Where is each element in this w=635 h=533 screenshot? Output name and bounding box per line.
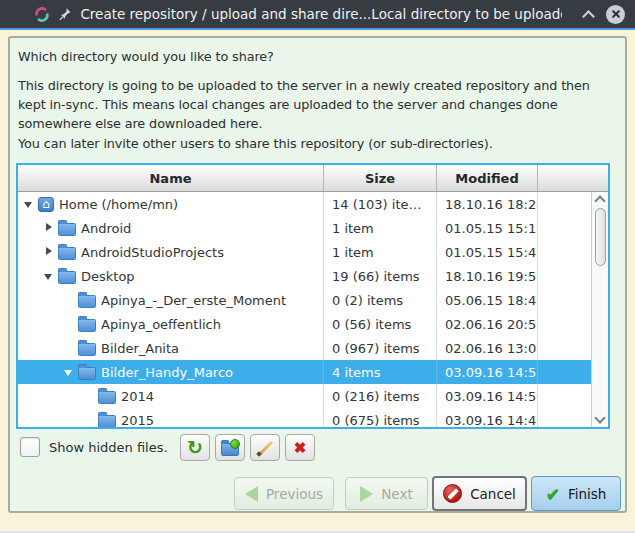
folder-icon [58, 247, 76, 260]
folder-name: 2015 [121, 413, 154, 428]
table-row[interactable]: 20140 (216) items03.09.16 14:50 [18, 384, 591, 408]
show-hidden-checkbox[interactable] [20, 437, 40, 457]
table-header: Name Size Modified [18, 165, 608, 192]
titlebar[interactable]: Create repository / upload and share dir… [0, 0, 635, 28]
folder-name: Home (/home/mn) [59, 197, 178, 212]
name-cell: Bilder_Handy_Marco [18, 360, 324, 384]
size-value: 1 item [324, 240, 437, 264]
table-row[interactable]: Home (/home/mn)14 (103) ite…18.10.16 18:… [18, 192, 591, 216]
modified-value: 05.06.15 18:45 [437, 288, 538, 312]
name-cell: Android [18, 216, 324, 240]
collapse-arrow-icon[interactable] [43, 264, 56, 288]
table-row[interactable]: Apinya_oeffentlich0 (56) items02.06.16 2… [18, 312, 591, 336]
previous-button[interactable]: Previous [234, 477, 334, 510]
folder-name: AndroidStudioProjects [81, 245, 224, 260]
question-text: Which directory would you like to share? [18, 49, 274, 64]
tree-indent [18, 336, 63, 360]
new-folder-button[interactable] [215, 434, 245, 461]
folder-icon [78, 343, 96, 356]
modified-value: 01.05.15 15:41 [437, 240, 538, 264]
modified-value: 03.09.16 14:50 [437, 360, 538, 384]
tree-body: Home (/home/mn)14 (103) ite…18.10.16 18:… [18, 192, 591, 427]
modified-value: 02.06.16 20:55 [437, 312, 538, 336]
delete-icon [294, 439, 307, 457]
shade-button[interactable] [580, 4, 597, 24]
collapse-arrow-icon[interactable] [23, 192, 36, 216]
column-header-name[interactable]: Name [18, 165, 324, 191]
expand-arrow-icon[interactable] [43, 216, 56, 240]
chevron-up-icon [582, 10, 595, 23]
folder-name: 2014 [121, 389, 154, 404]
column-header-modified[interactable]: Modified [437, 165, 538, 191]
invite-text: You can later invite other users to shar… [18, 136, 493, 151]
expand-arrow-icon[interactable] [43, 240, 56, 264]
previous-button-label: Previous [266, 486, 323, 502]
blank-cell [538, 240, 591, 264]
table-row[interactable]: Apinya_-_Der_erste_Moment0 (2) items05.0… [18, 288, 591, 312]
finish-button-label: Finish [568, 486, 606, 502]
tree-arrow-spacer [63, 312, 76, 336]
column-header-size[interactable]: Size [324, 165, 437, 191]
plus-badge-icon [230, 439, 240, 449]
chevron-down-icon [594, 412, 605, 423]
edit-icon [256, 439, 274, 457]
size-value: 4 items [324, 360, 437, 384]
name-cell: Bilder_Anita [18, 336, 324, 360]
dialog-window: Create repository / upload and share dir… [0, 0, 635, 533]
modified-value: 01.05.15 15:18 [437, 216, 538, 240]
tree-indent [18, 264, 43, 288]
folder-icon [78, 319, 96, 332]
next-button-label: Next [381, 486, 412, 502]
folder-name: Apinya_-_Der_erste_Moment [101, 293, 286, 308]
directory-tree-table: Name Size Modified Home (/home/mn)14 (10… [16, 163, 610, 429]
next-button[interactable]: Next [345, 477, 428, 510]
finish-button[interactable]: Finish [531, 476, 621, 511]
cancel-button-label: Cancel [470, 486, 516, 502]
table-row[interactable]: Desktop19 (66) items18.10.16 19:57 [18, 264, 591, 288]
table-row[interactable]: 20150 (675) items03.09.16 14:49 [18, 408, 591, 427]
name-cell: Apinya_oeffentlich [18, 312, 324, 336]
table-row[interactable]: Android1 item01.05.15 15:18 [18, 216, 591, 240]
arrow-left-icon [245, 486, 258, 502]
folder-icon [98, 415, 116, 428]
name-cell: AndroidStudioProjects [18, 240, 324, 264]
cancel-icon [443, 484, 462, 503]
folder-icon [78, 295, 96, 308]
close-button[interactable] [606, 5, 625, 24]
edit-button[interactable] [250, 434, 280, 461]
tree-arrow-spacer [63, 288, 76, 312]
table-row[interactable]: AndroidStudioProjects1 item01.05.15 15:4… [18, 240, 591, 264]
blank-cell [538, 408, 591, 427]
delete-button[interactable] [285, 434, 315, 461]
name-cell: Home (/home/mn) [18, 192, 324, 216]
folder-name: Apinya_oeffentlich [101, 317, 221, 332]
size-value: 1 item [324, 216, 437, 240]
scroll-down-button[interactable] [592, 413, 608, 427]
tree-indent [18, 240, 43, 264]
new-folder-icon [221, 440, 240, 456]
table-row[interactable]: Bilder_Anita0 (967) items02.06.16 13:01 [18, 336, 591, 360]
blank-cell [538, 264, 591, 288]
tree-arrow-spacer [63, 336, 76, 360]
vertical-scrollbar[interactable] [591, 192, 608, 427]
modified-value: 18.10.16 18:24 [437, 192, 538, 216]
table-row[interactable]: Bilder_Handy_Marco4 items03.09.16 14:50 [18, 360, 591, 384]
folder-name: Bilder_Handy_Marco [101, 365, 233, 380]
tree-indent [18, 360, 63, 384]
cancel-button[interactable]: Cancel [432, 476, 527, 511]
size-value: 14 (103) ite… [324, 192, 437, 216]
description-text: This directory is going to be uploaded t… [18, 76, 616, 133]
folder-name: Bilder_Anita [101, 341, 179, 356]
column-header-blank [538, 165, 608, 191]
modified-value: 03.09.16 14:50 [437, 384, 538, 408]
collapse-arrow-icon[interactable] [63, 360, 76, 384]
folder-icon [58, 223, 76, 236]
modified-value: 18.10.16 19:57 [437, 264, 538, 288]
name-cell: 2015 [18, 408, 324, 427]
blank-cell [538, 360, 591, 384]
scrollbar-thumb[interactable] [595, 208, 606, 266]
checkmark-icon [546, 484, 560, 504]
name-cell: 2014 [18, 384, 324, 408]
scroll-up-button[interactable] [592, 192, 608, 206]
refresh-button[interactable] [180, 434, 210, 461]
